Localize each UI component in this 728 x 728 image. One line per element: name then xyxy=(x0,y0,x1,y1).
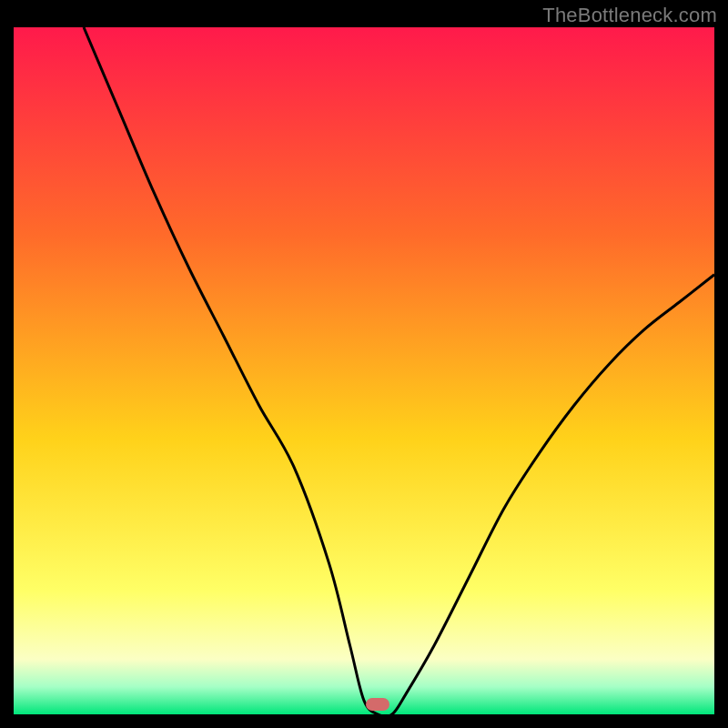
bottleneck-curve xyxy=(14,27,714,714)
plot-area xyxy=(14,27,714,714)
optimal-marker-icon xyxy=(366,698,389,711)
attribution-label: TheBottleneck.com xyxy=(542,4,717,27)
chart-frame: TheBottleneck.com xyxy=(0,0,728,728)
